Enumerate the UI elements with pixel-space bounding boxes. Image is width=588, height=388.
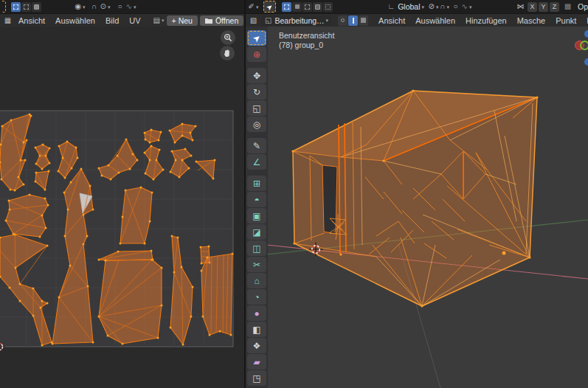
pan-button[interactable] <box>220 46 235 60</box>
options-button[interactable]: Opt <box>578 2 588 11</box>
select-mode-subtract-button[interactable] <box>302 2 312 12</box>
select-mode-group <box>282 2 333 12</box>
transform-orientation-dropdown[interactable]: ∟ Global ▾ <box>387 1 424 12</box>
image-icon: ▤ <box>153 17 160 24</box>
annotate-tool-button[interactable]: ✎ <box>247 138 266 153</box>
mirror-z-button[interactable]: Z <box>550 2 559 12</box>
select-mode-invert-button[interactable] <box>313 2 322 12</box>
menu-kante[interactable]: Kante <box>581 16 588 25</box>
select-mode-new-button[interactable] <box>282 2 291 12</box>
menu-bild[interactable]: Bild <box>100 16 124 25</box>
box-new-icon <box>284 4 289 10</box>
tool-settings-dropdown[interactable]: ✐▾ <box>248 1 259 12</box>
new-image-button[interactable]: +Neu <box>167 15 198 26</box>
uv-island[interactable] <box>201 253 234 336</box>
editor-type-dropdown[interactable]: ▧ <box>248 15 259 26</box>
smooth-tool-button[interactable]: ● <box>247 305 266 321</box>
menu-ansicht[interactable]: Ansicht <box>373 16 410 25</box>
uv-select-face-button[interactable] <box>32 2 41 12</box>
face-select-button[interactable] <box>359 15 368 26</box>
knife-tool-button[interactable]: ✂ <box>247 257 266 272</box>
zoom-button[interactable] <box>221 30 235 45</box>
snapping-dropdown[interactable]: ⊘▾ <box>428 1 439 12</box>
inset-faces-tool-button[interactable]: ▣ <box>247 208 266 224</box>
uv-island[interactable] <box>5 194 49 238</box>
blender-window: ◉▾ ∩ ⊙▾ ○ ∿▾ ▦ Ansicht Auswählen Bild UV… <box>0 0 588 388</box>
bevel-tool-button[interactable]: ◪ <box>247 224 266 240</box>
axis-y-ball[interactable] <box>580 41 588 50</box>
rotate-tool-icon: ↻ <box>253 87 260 97</box>
shrink-fatten-tool-button[interactable]: ❖ <box>247 338 266 353</box>
active-tool-button[interactable]: ➤ <box>263 1 276 13</box>
pivot-point-dropdown[interactable]: ◉▾ <box>75 1 86 12</box>
falloff-dropdown[interactable]: ∿▾ <box>125 1 136 12</box>
menu-uv[interactable]: UV <box>124 16 145 25</box>
uv-select-vertex-button[interactable] <box>11 2 21 12</box>
transform-tool-icon: ◎ <box>253 119 260 130</box>
editor-splitter[interactable] <box>244 0 246 388</box>
chevron-down-icon: ▾ <box>256 4 259 10</box>
vertex-select-button[interactable] <box>338 15 347 26</box>
menu-auswaehlen[interactable]: Auswählen <box>410 16 460 25</box>
folder-icon <box>205 18 212 24</box>
uv-island[interactable] <box>98 259 163 345</box>
move-tool-icon: ✥ <box>253 71 260 81</box>
proportional-editing-button[interactable]: ○ <box>114 1 125 12</box>
scale-tool-button[interactable]: ◱ <box>247 100 266 116</box>
select-mode-intersect-button[interactable] <box>323 2 333 12</box>
spin-tool-button[interactable]: ◔ <box>247 289 266 305</box>
open-image-button[interactable]: Öffnen <box>200 15 243 26</box>
select-mode-extend-button[interactable] <box>292 2 302 12</box>
poly-build-tool-icon: ⌂ <box>254 276 259 286</box>
mesh-wireframe[interactable] <box>291 89 538 307</box>
menu-ansicht[interactable]: Ansicht <box>13 16 50 25</box>
menu-auswaehlen[interactable]: Auswählen <box>50 16 100 25</box>
menu-masche[interactable]: Masche <box>512 16 551 25</box>
snap-individual-button[interactable]: ▩ <box>562 1 573 12</box>
menu-punkt[interactable]: Punkt <box>550 16 581 25</box>
mesh-svg[interactable] <box>246 27 588 388</box>
uv-islands-svg[interactable] <box>0 27 244 388</box>
axis-z-ball[interactable] <box>584 30 588 38</box>
snap-target-dropdown[interactable]: ⊙▾ <box>100 1 111 12</box>
move-tool-button[interactable]: ✥ <box>247 68 266 83</box>
edge-slide-tool-button[interactable]: ◧ <box>247 322 266 337</box>
mode-dropdown[interactable]: ◱ Bearbeitung… ▾ <box>261 15 332 26</box>
poly-build-tool-button[interactable]: ⌂ <box>247 273 266 288</box>
scale-tool-icon: ◱ <box>252 103 260 114</box>
tweak-select-tool-button[interactable]: ➤ <box>247 30 266 46</box>
add-cube-tool-button[interactable]: ⊞ <box>247 176 266 191</box>
mirror-y-button[interactable]: Y <box>539 2 548 12</box>
mirror-x-button[interactable]: X <box>528 2 537 12</box>
measure-tool-button[interactable]: ∠ <box>247 154 266 170</box>
menu-hinzufuegen[interactable]: Hinzufügen <box>460 16 512 25</box>
transform-tool-button[interactable]: ◎ <box>247 117 266 132</box>
magnifier-icon <box>224 33 232 42</box>
bevel-tool-icon: ◪ <box>252 227 260 238</box>
selection-info-label: (78) group_0 <box>279 41 334 50</box>
edge-select-button[interactable] <box>348 15 358 26</box>
rotate-tool-button[interactable]: ↻ <box>247 84 266 100</box>
mirror-dropdown[interactable]: ⋈ <box>515 1 526 12</box>
nav-gizmo[interactable] <box>566 27 588 100</box>
smooth-tool-icon: ● <box>254 308 259 319</box>
axis-z-neg-ball[interactable] <box>584 58 588 66</box>
editor-type-dropdown[interactable]: ▦ <box>2 15 13 26</box>
uv-canvas[interactable] <box>0 27 244 388</box>
snap-magnet-dropdown[interactable]: ∩▾ <box>439 1 450 12</box>
loop-cut-tool-button[interactable]: ◫ <box>247 240 266 256</box>
rip-region-tool-button[interactable]: ◳ <box>247 370 266 386</box>
image-browse-dropdown[interactable]: ▤▾ <box>153 15 165 26</box>
uv-select-edge-button[interactable] <box>21 2 31 12</box>
active-tool-partial-icon[interactable] <box>2 1 6 13</box>
proportional-editing-button[interactable]: ○ <box>450 1 461 12</box>
snap-toggle-button[interactable]: ∩ <box>89 1 100 12</box>
uv-editor-topbar: ◉▾ ∩ ⊙▾ ○ ∿▾ <box>0 0 244 13</box>
chevron-down-icon: ▾ <box>108 4 111 10</box>
falloff-dropdown[interactable]: ∿▾ <box>461 1 472 12</box>
viewport-canvas[interactable]: ➤⊕✥↻◱◎✎∠⊞◓▣◪◫✂⌂◔●◧❖▰◳ Benutzeransicht (7… <box>246 27 588 388</box>
cursor-tool-button[interactable]: ⊕ <box>247 46 266 62</box>
chevron-down-icon: ▾ <box>162 18 165 23</box>
extrude-tool-button[interactable]: ◓ <box>247 192 266 207</box>
shear-tool-button[interactable]: ▰ <box>247 354 266 370</box>
